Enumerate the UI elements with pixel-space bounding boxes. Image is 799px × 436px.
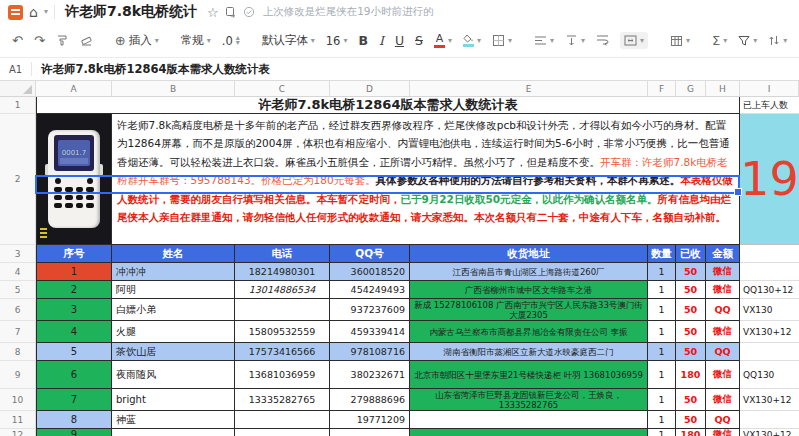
quantity-cell[interactable]: 1 <box>648 263 676 281</box>
filter-button[interactable]: ▾ <box>738 35 757 46</box>
payment-method-cell[interactable]: 微信 <box>706 429 740 436</box>
strikethrough-button[interactable]: S <box>415 33 423 48</box>
quantity-cell[interactable]: 1 <box>648 281 676 299</box>
phone-cell[interactable]: 17573416566 <box>235 343 330 361</box>
payment-method-cell[interactable]: QQ <box>706 411 740 429</box>
row-number[interactable]: 6 <box>0 299 36 321</box>
row-number[interactable]: 9 <box>0 361 36 389</box>
address-cell[interactable] <box>410 429 648 436</box>
quantity-cell[interactable]: 1 <box>648 429 676 436</box>
row-number[interactable]: 4 <box>0 263 36 281</box>
vertical-align-button[interactable]: ▾ <box>565 35 585 46</box>
address-cell[interactable]: 内蒙古乌兰察布市商都县昇旭冶金有限责任公司 李振 <box>410 321 648 343</box>
paid-cell[interactable]: 50 <box>676 263 706 281</box>
name-cell[interactable]: 冲冲冲 <box>112 263 235 281</box>
serial-cell[interactable]: 5 <box>36 343 112 361</box>
description-cell[interactable]: 许老师7.8k高精度电桥是十多年前的老产品，经过群友西界修改程序，烂尾侠修改pc… <box>112 114 740 245</box>
column-header-D[interactable]: D <box>330 81 410 96</box>
note-cell[interactable]: VX130+12 <box>740 429 799 436</box>
row-number[interactable]: 12 <box>0 429 36 436</box>
row-number[interactable]: 5 <box>0 281 36 299</box>
sort-button[interactable]: ▾ <box>768 35 787 46</box>
address-cell[interactable]: 广西省柳州市城中区文华路车之港 <box>410 281 648 299</box>
address-cell[interactable]: 新成 15278106108 广西南宁市兴宁区人民东路33号澳门街大厦2305 <box>410 299 648 321</box>
merge-cells-button[interactable]: ▾ <box>620 32 648 49</box>
payment-method-cell[interactable]: 微信 <box>706 281 740 299</box>
qq-cell[interactable]: 380232671 <box>330 361 410 389</box>
column-header-B[interactable]: B <box>112 81 235 96</box>
name-cell[interactable]: 火腿 <box>112 321 235 343</box>
note-cell[interactable] <box>740 263 799 281</box>
table-header-4[interactable]: 收货地址 <box>410 245 648 263</box>
name-cell[interactable]: 夜雨随风 <box>112 361 235 389</box>
redo-button[interactable]: ↷ <box>34 34 45 47</box>
payment-method-cell[interactable]: 微信 <box>706 263 740 281</box>
name-cell[interactable]: bright <box>112 389 235 411</box>
table-header-3[interactable]: QQ号 <box>330 245 410 263</box>
phone-cell[interactable]: 13014886534 <box>235 281 330 299</box>
decimal-button[interactable]: .0 ▴▾ <box>222 34 240 48</box>
column-header-C[interactable]: C <box>235 81 330 96</box>
qq-cell[interactable]: 937237609 <box>330 299 410 321</box>
fill-color-button[interactable]: ▾ <box>463 34 481 47</box>
name-cell[interactable] <box>112 429 235 436</box>
bold-button[interactable]: B <box>358 33 368 48</box>
number-format-select[interactable]: 常规▾ <box>181 33 211 48</box>
note-cell[interactable]: QQ130 <box>740 361 799 389</box>
boarded-label-cell[interactable]: 已上车人数 <box>740 97 799 114</box>
boarded-count-cell[interactable]: 19 <box>740 114 799 245</box>
payment-method-cell[interactable]: 微信 <box>706 321 740 343</box>
cell-reference[interactable]: A1 <box>0 64 31 75</box>
serial-cell[interactable]: 1 <box>36 263 112 281</box>
clear-format-button[interactable] <box>80 34 93 47</box>
formula-content[interactable]: 许老师7.8k电桥12864版本需求人数统计表 <box>41 62 270 77</box>
serial-cell[interactable]: 7 <box>36 389 112 411</box>
font-color-button[interactable]: A▾ <box>434 33 452 48</box>
note-cell[interactable] <box>740 411 799 429</box>
quantity-cell[interactable]: 1 <box>648 343 676 361</box>
home-icon[interactable]: ⌂ <box>29 5 38 19</box>
row-number[interactable]: 7 <box>0 321 36 343</box>
column-header-G[interactable]: G <box>676 81 706 96</box>
note-cell[interactable] <box>740 343 799 361</box>
paid-cell[interactable]: 180 <box>676 429 706 436</box>
row-number[interactable]: 3 <box>0 245 36 263</box>
name-cell[interactable]: 白嫖小弟 <box>112 299 235 321</box>
serial-cell[interactable]: 2 <box>36 281 112 299</box>
quantity-cell[interactable]: 1 <box>648 299 676 321</box>
device-image-cell[interactable]: 0001.7 <box>36 114 112 245</box>
serial-cell[interactable]: 9 <box>36 429 112 436</box>
phone-cell[interactable]: 15809532559 <box>235 321 330 343</box>
insert-table-button[interactable]: ▾ <box>670 35 690 47</box>
horizontal-align-button[interactable]: ▾ <box>534 35 554 46</box>
row-number[interactable]: 10 <box>0 389 36 411</box>
font-family-select[interactable]: 默认字体▾ <box>262 33 315 48</box>
table-header-7[interactable]: 金额 <box>706 245 740 263</box>
address-cell[interactable]: 北京市朝阳区十里堡东里21号楼快递柜 叶羽 13681036959 <box>410 361 648 389</box>
home-chevron-down-icon[interactable]: ▾ <box>44 8 48 16</box>
address-cell[interactable] <box>410 411 648 429</box>
table-header-0[interactable]: 序号 <box>36 245 112 263</box>
table-header-5[interactable]: 数量 <box>648 245 676 263</box>
name-cell[interactable]: 神蓝 <box>112 411 235 429</box>
phone-cell[interactable]: 13681036959 <box>235 361 330 389</box>
address-cell[interactable]: 江西省南昌市青山湖区上海路街道260厂 <box>410 263 648 281</box>
paid-cell[interactable]: 50 <box>676 321 706 343</box>
note-cell[interactable]: VX130 <box>740 299 799 321</box>
column-header-I[interactable]: I <box>740 81 799 96</box>
qq-cell[interactable]: 459339414 <box>330 321 410 343</box>
paid-cell[interactable]: 50 <box>676 389 706 411</box>
app-logo-icon[interactable] <box>8 5 23 20</box>
quantity-cell[interactable]: 1 <box>648 361 676 389</box>
insert-button[interactable]: ⊕ 插入▾ <box>115 33 159 48</box>
column-header-E[interactable]: E <box>410 81 648 96</box>
borders-button[interactable]: ▾ <box>492 34 512 47</box>
qq-cell[interactable]: 360018520 <box>330 263 410 281</box>
phone-cell[interactable] <box>235 299 330 321</box>
payment-method-cell[interactable]: QQ <box>706 343 740 361</box>
name-cell[interactable]: 阿明 <box>112 281 235 299</box>
sum-button[interactable]: Σ▾ <box>712 34 727 47</box>
paid-cell[interactable]: 50 <box>676 411 706 429</box>
serial-cell[interactable]: 6 <box>36 361 112 389</box>
wrap-text-button[interactable] <box>596 35 609 46</box>
